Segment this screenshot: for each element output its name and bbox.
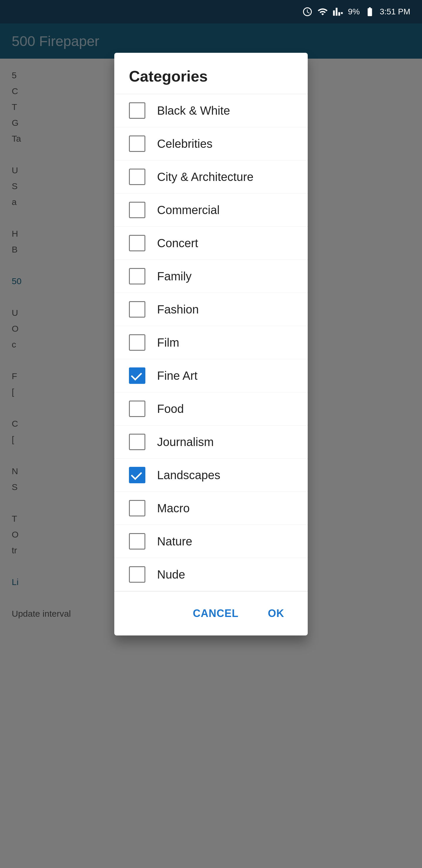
alarm-icon xyxy=(302,6,313,17)
list-item[interactable]: Food xyxy=(114,392,308,426)
list-item[interactable]: Fine Art xyxy=(114,359,308,392)
list-item[interactable]: City & Architecture xyxy=(114,160,308,193)
dialog-overlay: Categories Black & WhiteCelebritiesCity … xyxy=(0,24,422,868)
signal-icon xyxy=(333,6,343,17)
list-item[interactable]: Nature xyxy=(114,525,308,558)
item-label: Journalism xyxy=(157,435,214,449)
item-label: Commercial xyxy=(157,204,220,217)
battery-icon xyxy=(364,6,375,17)
list-item[interactable]: Fashion xyxy=(114,293,308,326)
item-label: Black & White xyxy=(157,104,230,117)
item-label: Concert xyxy=(157,237,198,250)
checkbox-landscapes[interactable] xyxy=(129,467,145,483)
dialog-title: Categories xyxy=(114,53,308,94)
status-bar: 9% 3:51 PM xyxy=(0,0,422,24)
checkbox-nature[interactable] xyxy=(129,533,145,550)
battery-text: 9% xyxy=(348,7,360,17)
wifi-icon xyxy=(317,6,328,17)
list-item[interactable]: Commercial xyxy=(114,193,308,227)
checkbox-nude[interactable] xyxy=(129,566,145,583)
list-item[interactable]: Black & White xyxy=(114,94,308,127)
item-label: Landscapes xyxy=(157,469,220,482)
item-label: City & Architecture xyxy=(157,170,254,184)
checkbox-commercial[interactable] xyxy=(129,202,145,218)
item-label: Film xyxy=(157,336,180,349)
checkbox-macro[interactable] xyxy=(129,500,145,517)
checkbox-black-&-white[interactable] xyxy=(129,102,145,119)
checkbox-city-&-architecture[interactable] xyxy=(129,168,145,185)
status-icons: 9% 3:51 PM xyxy=(302,6,410,17)
item-label: Nature xyxy=(157,535,192,548)
item-label: Food xyxy=(157,402,184,415)
checkbox-journalism[interactable] xyxy=(129,434,145,450)
item-label: Family xyxy=(157,270,192,283)
list-item[interactable]: Nude xyxy=(114,558,308,591)
checkbox-fashion[interactable] xyxy=(129,301,145,318)
app-background: 500 Firepaper 5 C T G Ta U S a H B 50 U … xyxy=(0,24,422,868)
item-label: Celebrities xyxy=(157,137,213,150)
categories-list[interactable]: Black & WhiteCelebritiesCity & Architect… xyxy=(114,94,308,591)
checkbox-food[interactable] xyxy=(129,401,145,417)
list-item[interactable]: Landscapes xyxy=(114,459,308,492)
categories-dialog: Categories Black & WhiteCelebritiesCity … xyxy=(114,53,308,636)
list-item[interactable]: Film xyxy=(114,326,308,359)
ok-button[interactable]: OK xyxy=(256,600,296,627)
list-item[interactable]: Journalism xyxy=(114,426,308,459)
item-label: Nude xyxy=(157,568,185,581)
checkbox-film[interactable] xyxy=(129,334,145,351)
list-item[interactable]: Concert xyxy=(114,227,308,260)
item-label: Macro xyxy=(157,502,190,515)
checkbox-celebrities[interactable] xyxy=(129,135,145,152)
checkbox-concert[interactable] xyxy=(129,235,145,251)
checkbox-fine-art[interactable] xyxy=(129,367,145,384)
item-label: Fashion xyxy=(157,303,199,316)
list-item[interactable]: Macro xyxy=(114,492,308,525)
checkbox-family[interactable] xyxy=(129,268,145,284)
item-label: Fine Art xyxy=(157,369,197,382)
time-text: 3:51 PM xyxy=(380,7,410,17)
dialog-actions: CANCEL OK xyxy=(114,591,308,636)
cancel-button[interactable]: CANCEL xyxy=(181,600,250,627)
list-item[interactable]: Celebrities xyxy=(114,127,308,160)
list-item[interactable]: Family xyxy=(114,260,308,293)
